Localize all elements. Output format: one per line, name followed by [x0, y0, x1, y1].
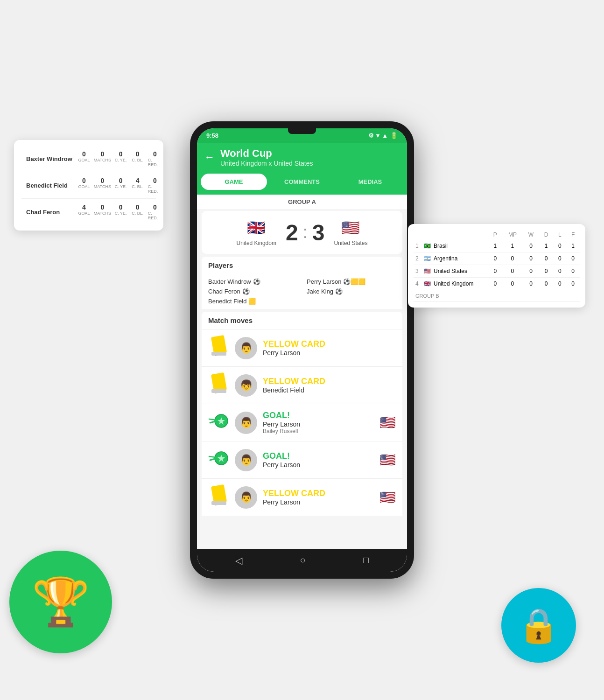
phone: 9:58 ⚙ ▾ ▲ 🔋 ← World Cup United Kingdom … [190, 121, 414, 579]
table-row: 1 🇧🇷 Brasil 110101 [414, 240, 580, 252]
move-type: GOAL! [263, 411, 374, 420]
svg-rect-2 [211, 352, 226, 356]
back-button[interactable]: ← [204, 151, 215, 163]
app-subtitle: United Kingdom x United States [220, 160, 313, 167]
screen-content: GROUP A 🇬🇧 United Kingdom 2 : 3 🇺🇸 Unite… [197, 195, 407, 549]
move-player: Benedict Field [263, 386, 396, 394]
goal-icon [208, 447, 229, 473]
score-separator: : [303, 223, 308, 242]
players-section-heading: Players [202, 257, 402, 274]
col-header-p: P [488, 230, 502, 240]
group-label: GROUP A [197, 195, 407, 209]
move-flag: 🇺🇸 [379, 452, 396, 468]
status-time: 9:58 [206, 132, 218, 139]
player-avatar: 👨 [235, 412, 257, 434]
svg-rect-0 [211, 335, 226, 355]
stat-val: 4 GOAL [77, 203, 91, 220]
player-row: Perry Larson ⚽🟨🟨 [307, 277, 396, 287]
table-row: 3 🇺🇸 United States 000000 [414, 265, 580, 278]
stat-val: 0 C. YE. [114, 177, 127, 194]
move-item: 👨 GOAL! Perry Larson Bailey Russell 🇺🇸 [202, 404, 402, 441]
table-row: 2 🇦🇷 Argentina 000000 [414, 252, 580, 265]
score-display: 2 : 3 [286, 220, 324, 245]
battery-icon: 🔋 [390, 132, 398, 139]
status-icons: ⚙ ▾ ▲ 🔋 [368, 132, 398, 139]
move-item: 👨 YELLOW CARD Perry Larson [202, 329, 402, 366]
players-stats-card: 👨 Baxter Windrow 0 GOAL 0 MATCHS 0 C. YE… [14, 140, 163, 231]
match-moves-heading: Match moves [202, 312, 402, 329]
move-player: Perry Larson [263, 420, 374, 428]
players-section: Baxter Windrow ⚽ Chad Feron ⚽ Benedict F… [202, 274, 402, 309]
home-flag: 🇬🇧 [242, 218, 270, 237]
home-team-name: United Kingdom [237, 240, 276, 246]
svg-rect-16 [211, 501, 226, 505]
player-row: Jake King ⚽ [307, 287, 396, 296]
phone-screen: 9:58 ⚙ ▾ ▲ 🔋 ← World Cup United Kingdom … [197, 128, 407, 572]
player-stat-name: Benedict Field [26, 182, 73, 189]
away-team-name: United States [334, 240, 367, 246]
app-title: World Cup [220, 147, 313, 160]
player-stat-name: Baxter Windrow [26, 155, 73, 162]
bottom-nav: ◁ ○ □ [197, 549, 407, 572]
signal-icon: ▲ [382, 132, 388, 139]
move-flag: 🇺🇸 [379, 490, 396, 505]
stat-val: 0 C. RED. [148, 177, 162, 194]
phone-notch [288, 128, 316, 134]
group-label-row: GROUP B [414, 290, 580, 302]
nav-home-button[interactable]: ○ [300, 555, 305, 566]
home-team: 🇬🇧 United Kingdom [237, 218, 276, 246]
tab-game[interactable]: GAME [201, 174, 267, 190]
table-row: 4 🇬🇧 United Kingdom 000000 [414, 278, 580, 290]
tab-comments[interactable]: COMMENTS [269, 174, 335, 190]
trophy-circle: 🏆 [9, 551, 112, 653]
stat-values: 4 GOAL 0 MATCHS 0 C. YE. 0 C. BL. 0 C. R… [77, 203, 162, 220]
move-player: Perry Larson [263, 461, 374, 469]
stat-val: 0 C. RED. [148, 150, 162, 167]
app-header: ← World Cup United Kingdom x United Stat… [197, 143, 407, 174]
yellow-card-icon [208, 372, 229, 398]
player-row: Baxter Windrow ⚽ [208, 277, 297, 287]
tab-medias[interactable]: MEDIAS [337, 174, 403, 190]
move-player: Perry Larson [263, 349, 396, 357]
player-row: Benedict Field 🟨 [208, 296, 297, 306]
move-details: YELLOW CARD Perry Larson [263, 489, 374, 506]
stat-row: 👦 Benedict Field 0 GOAL 0 MATCHS 0 C. YE… [21, 172, 156, 199]
lock-icon: 🔒 [518, 606, 560, 645]
stat-val: 0 MATCHS [94, 150, 111, 167]
move-item: 👦 YELLOW CARD Benedict Field [202, 366, 402, 404]
player-stat-name: Chad Feron [26, 209, 73, 216]
away-players-col: Perry Larson ⚽🟨🟨 Jake King ⚽ [307, 277, 396, 306]
move-assist: Bailey Russell [263, 428, 374, 434]
col-header-w: W [523, 230, 539, 240]
move-type: YELLOW CARD [263, 339, 396, 349]
away-team: 🇺🇸 United States [334, 218, 367, 246]
yellow-card-icon [208, 335, 229, 361]
player-avatar: 👨 [235, 337, 257, 359]
col-header-mp: MP [502, 230, 523, 240]
svg-rect-14 [211, 484, 226, 504]
move-player: Perry Larson [263, 498, 374, 506]
stat-val: 0 C. RED. [148, 203, 162, 220]
gear-icon: ⚙ [368, 132, 374, 139]
away-score: 3 [312, 220, 325, 245]
player-avatar: 👨 [235, 486, 257, 509]
lock-circle: 🔒 [501, 588, 576, 663]
move-details: GOAL! Perry Larson [263, 451, 374, 469]
nav-square-button[interactable]: □ [363, 555, 369, 566]
move-item: 👨 GOAL! Perry Larson 🇺🇸 [202, 441, 402, 478]
score-card: 🇬🇧 United Kingdom 2 : 3 🇺🇸 United States [202, 211, 402, 254]
nav-back-button[interactable]: ◁ [235, 555, 242, 566]
move-details: YELLOW CARD Perry Larson [263, 339, 396, 357]
stat-val: 0 C. YE. [114, 150, 127, 167]
move-type: GOAL! [263, 451, 374, 461]
player-avatar: 👦 [235, 374, 257, 397]
move-details: GOAL! Perry Larson Bailey Russell [263, 411, 374, 434]
move-type: YELLOW CARD [263, 489, 374, 498]
move-item: 👨 YELLOW CARD Perry Larson 🇺🇸 [202, 478, 402, 516]
group-table: P MP W D L F 1 🇧🇷 Brasil 110101 [414, 230, 580, 302]
move-type: YELLOW CARD [263, 377, 396, 386]
trophy-icon: 🏆 [32, 574, 90, 630]
goal-icon [208, 410, 229, 435]
stat-val: 0 C. BL. [131, 203, 144, 220]
svg-rect-3 [211, 372, 226, 392]
